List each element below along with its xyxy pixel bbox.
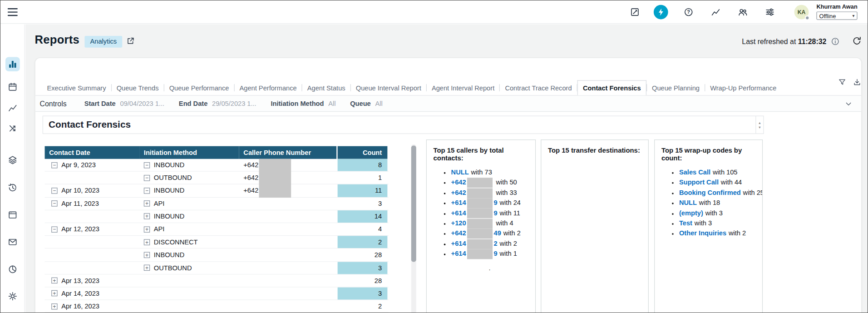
expand-toggle-icon[interactable]: + <box>144 239 150 245</box>
caller-link[interactable]: 9 <box>494 250 498 258</box>
caller-link[interactable]: +642 <box>451 179 466 186</box>
cell-count: 14 <box>338 210 388 223</box>
sidebar-item-line-chart[interactable] <box>5 101 20 115</box>
expand-toggle-icon[interactable]: + <box>144 200 150 206</box>
sidebar-item-window[interactable] <box>5 208 20 222</box>
caller-link[interactable]: 49 <box>494 229 501 237</box>
table-header-row: Contact DateInitiation MethodCaller Phon… <box>45 146 389 159</box>
wrapup-code-link[interactable]: Other Inquiries <box>679 229 726 237</box>
chevron-down-icon[interactable] <box>845 100 853 108</box>
table-scrollbar[interactable] <box>411 144 416 313</box>
caller-link[interactable]: 9 <box>494 199 498 207</box>
collapse-toggle-icon[interactable]: − <box>144 175 150 181</box>
sidebar-item-calendar[interactable] <box>5 79 20 94</box>
tab-queue-planning[interactable]: Queue Planning <box>647 80 705 95</box>
cell-initiation-method: OUTBOUND <box>154 174 192 182</box>
window-icon <box>8 210 18 220</box>
expand-toggle-icon[interactable]: + <box>51 303 57 309</box>
last-refreshed-label: Last refreshed at <box>742 38 796 46</box>
expand-toggle-icon[interactable]: + <box>144 226 150 232</box>
collapse-toggle-icon[interactable]: − <box>144 188 150 194</box>
wrapup-code-link[interactable]: NULL <box>679 199 697 207</box>
tab-queue-interval-report[interactable]: Queue Interval Report <box>351 80 426 95</box>
tab-agent-performance[interactable]: Agent Performance <box>235 80 302 95</box>
filter-end-date[interactable]: End Date29/05/2023 1... <box>179 99 256 107</box>
sidebar-item-pie-chart[interactable] <box>5 262 20 277</box>
tab-agent-status[interactable]: Agent Status <box>302 80 350 95</box>
stepper-down-icon[interactable]: ▼ <box>758 125 761 129</box>
tab-queue-trends[interactable]: Queue Trends <box>112 80 164 95</box>
filter-value: 29/05/2023 1... <box>212 99 256 107</box>
column-header-initiation-method[interactable]: Initiation Method <box>139 146 239 159</box>
collapse-toggle-icon[interactable]: − <box>51 200 57 206</box>
tab-wrap-up-performance[interactable]: Wrap-Up Performance <box>705 80 781 95</box>
users-icon[interactable] <box>738 7 748 17</box>
collapse-toggle-icon[interactable]: − <box>144 162 150 168</box>
cell-initiation-method: DISCONNECT <box>154 238 198 246</box>
expand-toggle-icon[interactable]: + <box>144 252 150 258</box>
caller-link[interactable]: +614 <box>451 239 466 247</box>
help-icon[interactable]: ? <box>684 7 694 17</box>
column-header-caller-phone-number[interactable]: Caller Phone Number <box>239 146 337 159</box>
sidebar-item-layers[interactable] <box>5 153 20 167</box>
caller-link[interactable]: 9 <box>494 209 498 217</box>
tab-queue-performance[interactable]: Queue Performance <box>164 80 234 95</box>
tab-contact-forensics[interactable]: Contact Forensics <box>577 80 646 95</box>
info-icon[interactable] <box>831 37 840 46</box>
expand-toggle-icon[interactable]: + <box>51 290 57 296</box>
refresh-icon[interactable] <box>852 36 862 46</box>
filter-icon[interactable] <box>838 78 846 86</box>
external-link-icon[interactable] <box>126 36 135 45</box>
caller-link[interactable]: +614 <box>451 250 466 258</box>
expand-toggle-icon[interactable]: + <box>144 265 150 271</box>
scrollbar-thumb[interactable] <box>411 145 416 262</box>
settings-sliders-icon[interactable] <box>765 7 775 17</box>
caller-link[interactable]: +614 <box>451 199 466 207</box>
collapse-toggle-icon[interactable]: − <box>51 226 57 232</box>
caller-link[interactable]: +642 <box>451 189 466 196</box>
cell-contact-date: Apr 16, 2023 <box>61 303 99 310</box>
collapse-toggle-icon[interactable]: − <box>51 162 57 168</box>
list-item: +6149with 1 <box>451 248 535 258</box>
status-select[interactable]: Offline ▾ <box>816 11 857 20</box>
tab-executive-summary[interactable]: Executive Summary <box>42 80 111 95</box>
wrapup-code-link[interactable]: (empty) <box>679 209 703 217</box>
connect-bolt-icon[interactable] <box>654 5 668 20</box>
caller-link[interactable]: +614 <box>451 209 466 217</box>
metrics-icon[interactable] <box>710 7 720 17</box>
sidebar-item-crossed-tools[interactable] <box>5 121 20 136</box>
wrapup-code-link[interactable]: Support Call <box>679 179 719 186</box>
wrapup-code-link[interactable]: Test <box>679 219 692 227</box>
wrapup-code-link[interactable]: Booking Confirmed <box>679 189 741 196</box>
hamburger-menu-icon[interactable] <box>8 8 18 16</box>
filter-initiation-method[interactable]: Initiation MethodAll <box>271 99 335 107</box>
item-count-text: with 33 <box>496 189 517 196</box>
column-header-contact-date[interactable]: Contact Date <box>45 146 140 159</box>
controls-bar: Controls Start Date09/04/2023 1...End Da… <box>35 95 861 112</box>
caller-link[interactable]: 2 <box>494 239 498 247</box>
sidebar-item-gear[interactable] <box>5 289 20 303</box>
cell-caller-phone: +642 <box>243 187 258 194</box>
avatar[interactable]: KA <box>794 5 809 20</box>
collapse-toggle-icon[interactable]: − <box>51 188 57 194</box>
tab-agent-interval-report[interactable]: Agent Interval Report <box>427 80 499 95</box>
filter-queue[interactable]: QueueAll <box>350 99 383 107</box>
tab-contract-trace-record[interactable]: Contract Trace Record <box>500 80 577 95</box>
filter-start-date[interactable]: Start Date09/04/2023 1... <box>84 99 165 107</box>
stepper-up-icon[interactable]: ▲ <box>758 120 761 125</box>
caller-link[interactable]: NULL <box>451 168 469 176</box>
list-item: +64249with 2 <box>451 229 535 238</box>
table-row: −Apr 12, 2023+API4 <box>45 223 389 236</box>
sidebar-item-bar-chart[interactable] <box>5 57 20 71</box>
sidebar-item-mail[interactable] <box>5 235 20 249</box>
download-icon[interactable] <box>853 78 861 86</box>
expand-toggle-icon[interactable]: + <box>51 278 57 283</box>
caller-link[interactable]: +120 <box>451 219 466 227</box>
expand-toggle-icon[interactable]: + <box>144 214 150 219</box>
wrapup-code-link[interactable]: Sales Call <box>679 168 710 176</box>
column-header-count[interactable]: Count <box>338 146 388 159</box>
feedback-icon[interactable] <box>630 7 640 17</box>
sidebar-item-history[interactable] <box>5 180 20 195</box>
cell-initiation-method: API <box>154 200 165 208</box>
caller-link[interactable]: +642 <box>451 229 466 237</box>
